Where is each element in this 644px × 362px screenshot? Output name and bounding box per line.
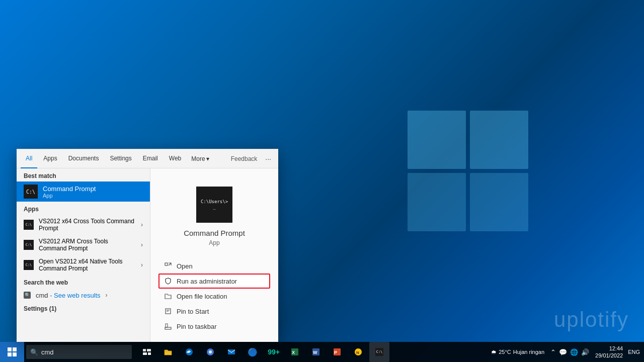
svg-text:N: N — [356, 350, 359, 355]
app-name-0: VS2012 x64 Cross Tools Command Prompt — [39, 218, 136, 232]
app-preview-icon: C:\Users\> _ — [196, 187, 232, 223]
tab-more[interactable]: More ▾ — [187, 153, 213, 164]
cmd-active-button[interactable]: C:\ — [369, 342, 389, 362]
ctx-pin-start-label: Pin to Start — [177, 308, 209, 315]
svg-rect-4 — [165, 327, 171, 329]
ctx-pin-start[interactable]: Pin to Start — [158, 304, 270, 319]
app-item-1[interactable]: C:\ VS2012 ARM Cross Tools Command Promp… — [17, 235, 150, 255]
cmd-preview-text: C:\Users\> _ — [201, 199, 228, 210]
search-web-arrow: › — [106, 292, 108, 299]
app-item-2[interactable]: C:\ Open VS2012 x64 Native Tools Command… — [17, 255, 150, 275]
svg-rect-13 — [148, 352, 151, 355]
tab-apps[interactable]: Apps — [38, 149, 62, 168]
taskbar: 🔍 — [0, 342, 644, 362]
tray-time-value: 12:44 — [595, 345, 623, 352]
ctx-pin-taskbar[interactable]: Pin to taskbar — [158, 319, 270, 334]
svg-rect-6 — [8, 347, 12, 351]
svg-text:W: W — [313, 350, 317, 355]
windows-icon — [8, 347, 17, 356]
app-name-2: Open VS2012 x64 Native Tools Command Pro… — [39, 258, 136, 272]
tray-chat-icon[interactable]: 💬 — [559, 348, 567, 356]
tab-web[interactable]: Web — [164, 149, 186, 168]
edge-button[interactable] — [179, 342, 199, 362]
extra-icon-1[interactable]: 🔵 — [243, 342, 263, 362]
tab-settings[interactable]: Settings — [105, 149, 136, 168]
ctx-admin-label: Run as administrator — [177, 278, 237, 285]
more-options-button[interactable]: ··· — [262, 153, 274, 165]
search-query: cmd — [36, 292, 48, 299]
watermark: uplotify — [554, 308, 629, 332]
svg-text:P: P — [334, 350, 337, 355]
mail-button[interactable] — [221, 342, 242, 362]
pin-taskbar-icon — [164, 322, 173, 331]
best-match-name: Command Prompt — [43, 185, 143, 193]
word-button[interactable]: W — [306, 342, 326, 362]
search-web-suffix: - See web results — [48, 292, 101, 299]
svg-rect-17 — [228, 349, 235, 354]
tray-up-arrow[interactable]: ⌃ — [550, 348, 556, 356]
language-indicator[interactable]: ENG — [628, 349, 640, 355]
chrome-icon — [206, 347, 215, 356]
svg-rect-11 — [147, 349, 151, 351]
ctx-pin-taskbar-label: Pin to taskbar — [177, 323, 217, 330]
word-icon: W — [311, 347, 320, 356]
taskbar-search-bar[interactable]: 🔍 — [26, 345, 132, 359]
open-icon — [164, 261, 173, 270]
tab-all[interactable]: All — [21, 149, 37, 168]
folder-icon — [164, 292, 173, 301]
logo-pane-bl — [408, 173, 466, 231]
svg-rect-0 — [165, 263, 168, 265]
cmd-icon: C:\ — [24, 185, 38, 199]
ctx-open[interactable]: Open — [158, 258, 270, 274]
weather-widget[interactable]: 🌧 25°C Hujan ringan — [491, 349, 544, 355]
tab-documents[interactable]: Documents — [63, 149, 104, 168]
extra-icon-1-char: 🔵 — [248, 347, 258, 357]
norton-icon: N — [354, 347, 363, 356]
svg-rect-12 — [143, 352, 147, 355]
svg-rect-9 — [13, 352, 17, 356]
svg-rect-8 — [8, 352, 12, 356]
tray-network-icon[interactable]: 🌐 — [570, 348, 578, 356]
best-match-item[interactable]: C:\ Command Prompt App — [17, 182, 150, 202]
feedback-button[interactable]: Feedback — [227, 153, 262, 164]
task-view-button[interactable] — [137, 342, 157, 362]
svg-rect-7 — [13, 347, 17, 351]
search-web-icon: 🔍 — [24, 292, 31, 299]
panel-body: Best match C:\ Command Prompt App Apps C… — [17, 168, 278, 342]
weather-temp: 25°C — [499, 349, 511, 355]
tab-email[interactable]: Email — [138, 149, 163, 168]
folder-icon — [164, 347, 173, 356]
logo-pane-tr — [470, 111, 528, 169]
logo-pane-br — [470, 173, 528, 231]
ctx-location-label: Open file location — [177, 293, 227, 300]
desktop: uplotify All Apps Documents Settings Ema… — [0, 0, 644, 362]
ctx-open-label: Open — [177, 262, 193, 270]
search-input[interactable] — [41, 348, 122, 356]
chevron-down-icon: ▾ — [206, 155, 209, 162]
settings-label: Settings (1) — [24, 305, 143, 312]
powerpoint-button[interactable]: P — [327, 342, 347, 362]
dev-tools-icon: 99+ — [268, 348, 280, 356]
weather-icon: 🌧 — [491, 349, 497, 355]
ctx-open-location[interactable]: Open file location — [158, 289, 270, 304]
search-web-item[interactable]: 🔍 cmd - See web results › — [17, 288, 150, 302]
app-name-1: VS2012 ARM Cross Tools Command Prompt — [39, 238, 136, 252]
tray-volume-icon[interactable]: 🔊 — [581, 348, 589, 356]
app-item-0[interactable]: C:\ VS2012 x64 Cross Tools Command Promp… — [17, 215, 150, 235]
chrome-button[interactable] — [200, 342, 220, 362]
file-explorer-button[interactable] — [158, 342, 178, 362]
tray-date-value: 29/01/2022 — [595, 352, 623, 359]
tray-clock[interactable]: 12:44 29/01/2022 — [595, 345, 623, 359]
norton-button[interactable]: N — [348, 342, 368, 362]
dev-tools-button[interactable]: 99+ — [264, 342, 284, 362]
app-text-2: Open VS2012 x64 Native Tools Command Pro… — [39, 258, 136, 272]
start-button[interactable] — [0, 342, 24, 362]
windows-logo-desktop — [408, 111, 528, 231]
svg-rect-5 — [166, 324, 168, 327]
excel-button[interactable]: X — [285, 342, 305, 362]
powerpoint-icon: P — [333, 347, 342, 356]
system-tray-icons: ⌃ 💬 🌐 🔊 — [550, 348, 589, 356]
ctx-run-as-admin[interactable]: Run as administrator — [158, 274, 270, 289]
edge-icon — [185, 347, 194, 356]
app-text-0: VS2012 x64 Cross Tools Command Prompt — [39, 218, 136, 232]
